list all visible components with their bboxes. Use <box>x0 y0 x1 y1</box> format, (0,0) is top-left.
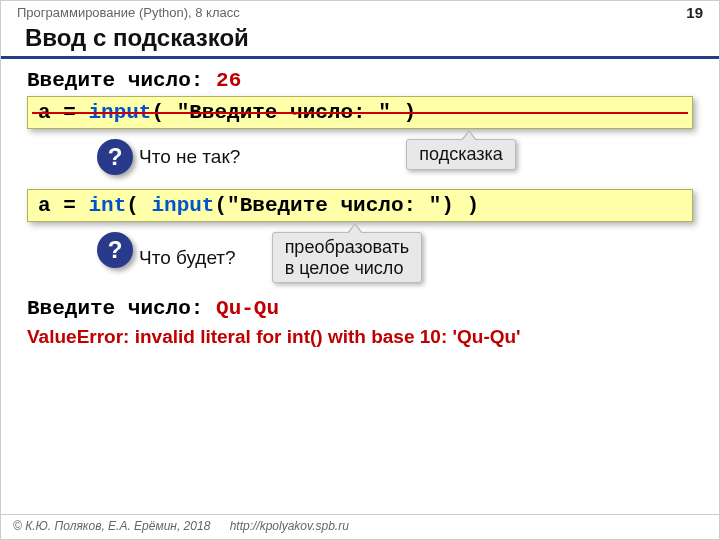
code2-paren: ( <box>126 194 151 217</box>
callout-convert: преобразовать в целое число <box>272 232 423 283</box>
code-line-struck: a = input( "Введите число: " ) <box>38 101 682 124</box>
callout-hint: подсказка <box>406 139 515 170</box>
code-a-eq: a = <box>38 101 88 124</box>
page-title: Ввод с подсказкой <box>1 22 719 59</box>
code2-a-eq: a = <box>38 194 88 217</box>
question-mark-icon: ? <box>97 232 133 268</box>
code-rest: ( "Введите число: " ) <box>151 101 416 124</box>
prompt-label-2: Введите число: <box>27 297 216 320</box>
question-row-2: ? Что будет? преобразовать в целое число <box>97 232 693 283</box>
code-line-2: a = int( input("Введите число: ") ) <box>38 194 479 217</box>
question-mark-icon: ? <box>97 139 133 175</box>
int-keyword: int <box>88 194 126 217</box>
input-keyword-2: input <box>151 194 214 217</box>
input-keyword: input <box>88 101 151 124</box>
error-message: ValueError: invalid literal for int() wi… <box>27 326 693 348</box>
prompt-input-value-2: Qu-Qu <box>216 297 279 320</box>
question-row-1: ? Что не так? подсказка <box>97 139 693 175</box>
prompt-example-2: Введите число: Qu-Qu <box>27 297 693 320</box>
footer-url: http://kpolyakov.spb.ru <box>230 519 349 533</box>
question-text-1: Что не так? <box>139 146 240 168</box>
content-area: Введите число: 26 a = input( "Введите чи… <box>1 59 719 348</box>
callout-line-1: преобразовать <box>285 237 410 257</box>
prompt-label: Введите число: <box>27 69 216 92</box>
header-bar: Программирование (Python), 8 класс 19 <box>1 1 719 22</box>
footer: © К.Ю. Поляков, Е.А. Ерёмин, 2018 http:/… <box>1 514 719 539</box>
code2-rest: ("Введите число: ") ) <box>214 194 479 217</box>
code-box-1: a = input( "Введите число: " ) <box>27 96 693 129</box>
page-number: 19 <box>686 4 703 21</box>
course-name: Программирование (Python), 8 класс <box>17 5 240 20</box>
prompt-input-value: 26 <box>216 69 241 92</box>
copyright: © К.Ю. Поляков, Е.А. Ерёмин, 2018 <box>13 519 210 533</box>
question-text-2: Что будет? <box>139 247 236 269</box>
prompt-example-1: Введите число: 26 <box>27 69 693 92</box>
code-box-2: a = int( input("Введите число: ") ) <box>27 189 693 222</box>
callout-line-2: в целое число <box>285 258 404 278</box>
